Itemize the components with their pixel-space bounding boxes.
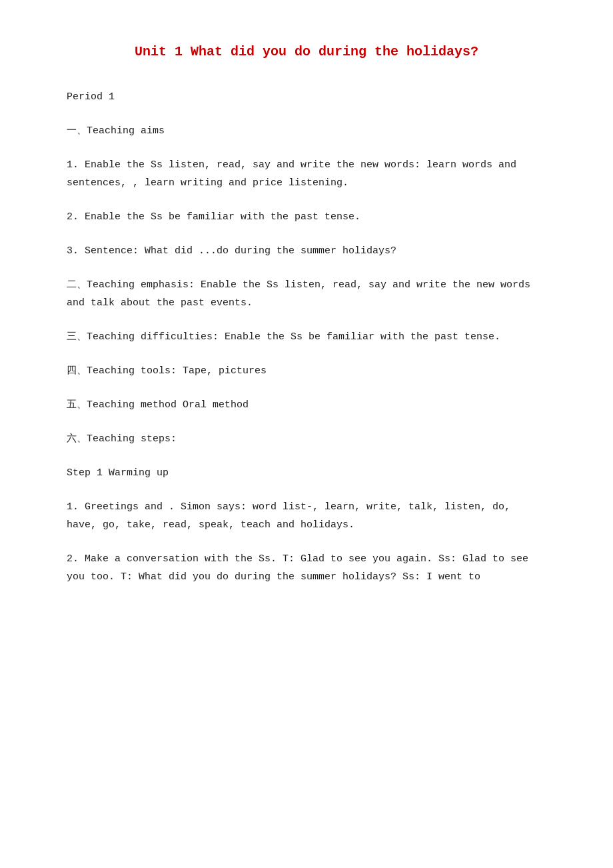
- step1-item1-block: 1. Greetings and . Simon says: word list…: [53, 498, 560, 534]
- aim-1-line2-text: sentences, , learn writing and price lis…: [67, 177, 348, 189]
- teaching-emphasis-line2: and talk about the past events.: [67, 294, 560, 312]
- teaching-emphasis-line1: 二、Teaching emphasis: Enable the Ss liste…: [67, 276, 560, 294]
- aim-1-line2: sentences, , learn writing and price lis…: [67, 174, 560, 192]
- teaching-steps-text: 六、Teaching steps:: [67, 433, 177, 445]
- step1-item2-line2: you too. T: What did you do during the s…: [67, 568, 560, 586]
- aim-1-line1: 1. Enable the Ss listen, read, say and w…: [67, 156, 560, 174]
- teaching-method-block: 五、Teaching method Oral method: [53, 396, 560, 414]
- step1-item1-line2-text: have, go, take, read, speak, teach and h…: [67, 519, 354, 531]
- period-label: Period 1: [53, 88, 560, 106]
- step1-item2-line1: 2. Make a conversation with the Ss. T: G…: [67, 550, 560, 568]
- period-text: Period 1: [67, 91, 115, 103]
- teaching-difficulties-text: 三、Teaching difficulties: Enable the Ss b…: [67, 331, 500, 343]
- step1-item1-line1: 1. Greetings and . Simon says: word list…: [67, 498, 560, 516]
- step1-item1-line1-text: 1. Greetings and . Simon says: word list…: [67, 501, 510, 513]
- step1-header-block: Step 1 Warming up: [53, 464, 560, 482]
- step1-item2-line2-text: you too. T: What did you do during the s…: [67, 571, 480, 583]
- teaching-method-text: 五、Teaching method Oral method: [67, 399, 249, 411]
- teaching-emphasis-block: 二、Teaching emphasis: Enable the Ss liste…: [53, 276, 560, 312]
- teaching-aims-header: 一、Teaching aims: [53, 122, 560, 140]
- aim-3-text: 3. Sentence: What did ...do during the s…: [67, 245, 396, 257]
- teaching-emphasis-line2-text: and talk about the past events.: [67, 297, 253, 309]
- aim-2-block: 2. Enable the Ss be familiar with the pa…: [53, 208, 560, 226]
- teaching-emphasis-line1-text: 二、Teaching emphasis: Enable the Ss liste…: [67, 279, 530, 291]
- step1-item1-line2: have, go, take, read, speak, teach and h…: [67, 516, 560, 534]
- step1-header-text: Step 1 Warming up: [67, 467, 169, 479]
- teaching-difficulties-block: 三、Teaching difficulties: Enable the Ss b…: [53, 328, 560, 346]
- teaching-aims-label: 一、Teaching aims: [67, 125, 165, 137]
- aim-1-block: 1. Enable the Ss listen, read, say and w…: [53, 156, 560, 192]
- step1-item2-block: 2. Make a conversation with the Ss. T: G…: [53, 550, 560, 586]
- teaching-tools-block: 四、Teaching tools: Tape, pictures: [53, 362, 560, 380]
- teaching-steps-block: 六、Teaching steps:: [53, 430, 560, 448]
- step1-item2-line1-text: 2. Make a conversation with the Ss. T: G…: [67, 553, 528, 565]
- aim-3-block: 3. Sentence: What did ...do during the s…: [53, 242, 560, 260]
- teaching-tools-text: 四、Teaching tools: Tape, pictures: [67, 365, 267, 377]
- page-title: Unit 1 What did you do during the holida…: [53, 40, 560, 64]
- aim-2-text: 2. Enable the Ss be familiar with the pa…: [67, 211, 360, 223]
- aim-1-line1-text: 1. Enable the Ss listen, read, say and w…: [67, 159, 516, 171]
